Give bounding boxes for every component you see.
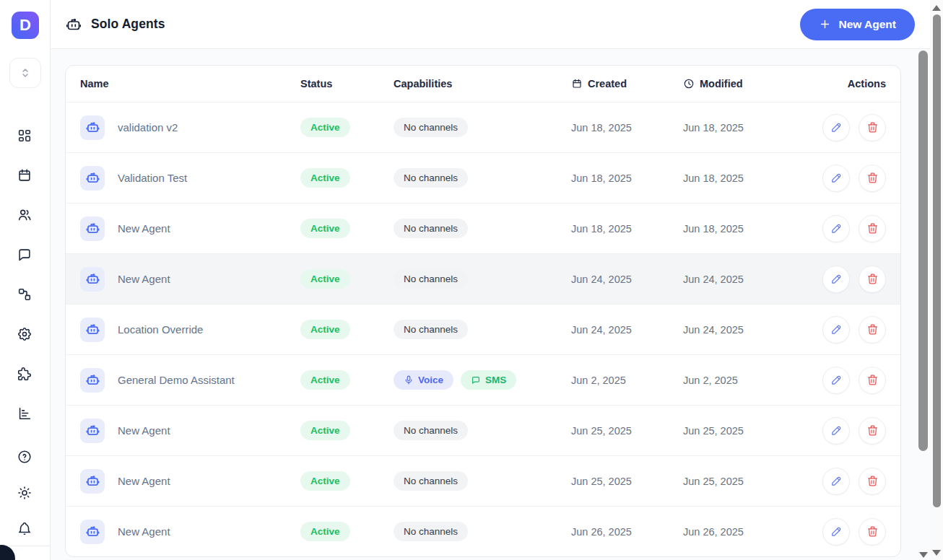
pencil-icon (830, 222, 843, 235)
sidebar-footer-nav (0, 448, 49, 538)
sidebar-item-integrations[interactable] (16, 365, 33, 382)
created-date: Jun 25, 2025 (571, 425, 683, 437)
content-scrollbar-thumb[interactable] (918, 51, 928, 451)
agent-avatar-robot-icon (80, 419, 105, 443)
edit-button[interactable] (822, 114, 850, 141)
sidebar-item-analytics[interactable] (16, 405, 33, 422)
delete-button[interactable] (859, 266, 886, 293)
sidebar-item-notifications[interactable] (16, 520, 33, 538)
calendar-icon (571, 78, 583, 89)
column-header-actions: Actions (817, 78, 886, 89)
main-area: Solo Agents New Agent Name Status Capabi… (51, 0, 943, 560)
microphone-icon (404, 375, 414, 385)
column-header-capabilities[interactable]: Capabilities (394, 78, 571, 89)
trash-icon (866, 424, 879, 437)
delete-button[interactable] (859, 165, 886, 192)
agent-name: New Agent (118, 525, 170, 538)
table-row[interactable]: New Agent Active No channels Jun 25, 202… (66, 455, 900, 506)
agent-name: New Agent (118, 273, 170, 285)
page-scroll-up-arrow[interactable] (932, 5, 941, 11)
sidebar-item-dashboard[interactable] (16, 127, 33, 144)
edit-button[interactable] (822, 417, 850, 445)
agent-avatar-robot-icon (80, 368, 105, 393)
edit-button[interactable] (822, 165, 850, 192)
created-date: Jun 24, 2025 (571, 324, 683, 336)
capabilities-cell: No channels (394, 269, 571, 289)
status-badge: Active (300, 118, 350, 137)
app-logo[interactable]: D (12, 12, 39, 39)
edit-button[interactable] (822, 215, 850, 242)
table-row[interactable]: New Agent Active No channels Jun 26, 202… (66, 506, 900, 556)
delete-button[interactable] (859, 215, 886, 242)
page-title: Solo Agents (91, 17, 165, 32)
sidebar-item-theme[interactable] (16, 484, 33, 502)
new-agent-button[interactable]: New Agent (800, 9, 915, 40)
edit-button[interactable] (822, 367, 850, 394)
column-header-modified[interactable]: Modified (683, 78, 817, 89)
created-date: Jun 18, 2025 (571, 122, 683, 134)
puzzle-icon (17, 366, 32, 382)
status-badge: Active (300, 320, 350, 339)
created-date: Jun 18, 2025 (571, 223, 683, 235)
sidebar-collapse-button[interactable] (9, 58, 41, 88)
created-date: Jun 2, 2025 (571, 375, 683, 386)
sidebar-item-calendar[interactable] (16, 167, 33, 184)
pencil-icon (830, 424, 843, 437)
sidebar-item-users[interactable] (16, 206, 33, 224)
agent-name: General Demo Assistant (118, 374, 235, 386)
modified-date: Jun 24, 2025 (683, 274, 817, 285)
content-scroll-down-arrow[interactable] (919, 552, 928, 558)
pencil-icon (830, 323, 843, 336)
sidebar-item-help[interactable] (16, 448, 33, 465)
delete-button[interactable] (859, 417, 886, 445)
status-badge: Active (300, 168, 350, 188)
plus-icon (819, 18, 831, 30)
sidebar-item-chat[interactable] (16, 246, 33, 263)
no-channels-badge: No channels (394, 118, 468, 137)
help-icon (17, 449, 32, 465)
voice-badge: Voice (394, 370, 453, 390)
gear-icon (17, 326, 32, 342)
status-badge: Active (300, 370, 350, 390)
edit-button[interactable] (822, 518, 850, 546)
no-channels-badge: No channels (394, 522, 468, 541)
created-date: Jun 26, 2025 (571, 526, 683, 538)
agent-name: Location Override (118, 323, 203, 336)
trash-icon (866, 475, 879, 487)
no-channels-badge: No channels (394, 168, 468, 188)
page-scroll-down-arrow[interactable] (932, 550, 941, 556)
table-row[interactable]: General Demo Assistant Active VoiceSMS J… (66, 354, 900, 405)
page-scrollbar (930, 0, 943, 560)
page-scrollbar-thumb[interactable] (933, 14, 941, 507)
table-row[interactable]: validation v2 Active No channels Jun 18,… (66, 102, 900, 152)
edit-button[interactable] (822, 266, 850, 293)
column-header-created[interactable]: Created (571, 78, 683, 89)
delete-button[interactable] (859, 367, 886, 394)
table-row[interactable]: New Agent Active No channels Jun 25, 202… (66, 405, 900, 455)
sidebar-item-workflow[interactable] (16, 286, 33, 303)
capabilities-cell: No channels (394, 421, 571, 440)
edit-button[interactable] (822, 316, 850, 344)
table-row[interactable]: New Agent Active No channels Jun 24, 202… (66, 253, 900, 304)
capabilities-cell: VoiceSMS (394, 370, 571, 390)
delete-button[interactable] (859, 114, 886, 141)
created-date: Jun 24, 2025 (571, 274, 683, 285)
table-row[interactable]: Location Override Active No channels Jun… (66, 304, 900, 354)
delete-button[interactable] (859, 316, 886, 344)
capabilities-cell: No channels (394, 320, 571, 339)
agent-name: Validation Test (118, 172, 187, 184)
sidebar-item-settings[interactable] (16, 325, 33, 343)
delete-button[interactable] (859, 518, 886, 546)
pencil-icon (830, 273, 843, 285)
column-header-name[interactable]: Name (80, 78, 300, 89)
new-agent-button-label: New Agent (838, 18, 896, 31)
sidebar-nav (0, 127, 49, 422)
dashboard-icon (17, 128, 32, 144)
table-row[interactable]: New Agent Active No channels Jun 18, 202… (66, 203, 900, 253)
table-row[interactable]: Validation Test Active No channels Jun 1… (66, 152, 900, 203)
modified-date: Jun 18, 2025 (683, 122, 817, 134)
trash-icon (866, 222, 879, 235)
edit-button[interactable] (822, 468, 850, 495)
column-header-status[interactable]: Status (300, 78, 394, 89)
delete-button[interactable] (859, 468, 886, 495)
